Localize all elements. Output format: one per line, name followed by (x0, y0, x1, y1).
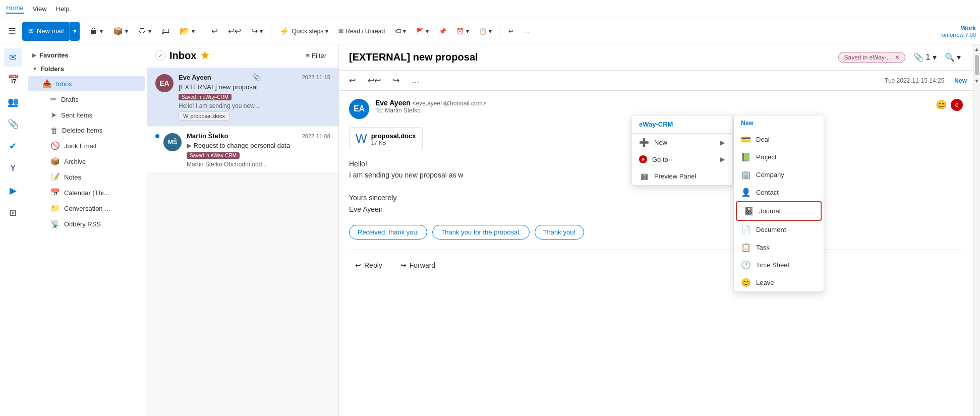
folder-item-junk[interactable]: 🚫 Junk Email (28, 138, 145, 153)
submenu-company[interactable]: 🏢 Company (734, 166, 824, 184)
folder-item-calendar[interactable]: 📅 Calendar (Thi... (28, 185, 145, 200)
undo-icon: ↩ (508, 28, 513, 35)
move-button[interactable]: 📂 ▾ (176, 22, 199, 41)
inbox-icon: 📥 (42, 79, 52, 88)
forward-button[interactable]: ↪ ▾ (247, 22, 267, 41)
flag-button[interactable]: 🚩 ▾ (412, 22, 433, 41)
quick-steps-icon: ⚡ (279, 26, 290, 36)
folder-item-sent[interactable]: ➤ Sent Items (28, 107, 145, 123)
flag-icon: 🚩 (416, 28, 424, 35)
reply-button[interactable]: ↩ (207, 22, 222, 41)
emoji-button[interactable]: 😊 (936, 99, 947, 110)
sender-email: eve.ayeen@hotmail.com (416, 100, 482, 107)
undo-button[interactable]: ↩ (504, 22, 517, 41)
rt-reply-button[interactable]: ↩ (345, 74, 360, 87)
inbox-star[interactable]: ★ (200, 49, 209, 62)
select-all-button[interactable]: ✓ (155, 50, 165, 61)
sidebar-icon-attach[interactable]: 📎 (4, 115, 22, 133)
email-item-1[interactable]: EA Eve Ayeen 📎 2022-11-15 [EXTERNAL] new… (147, 68, 338, 126)
new-mail-dropdown-button[interactable]: ▾ (70, 22, 80, 41)
email-item-2[interactable]: MŠ Martin Štefko 2022-11-08 ▶ Request to… (147, 127, 338, 173)
pin-button[interactable]: 📌 (435, 22, 450, 41)
snooze-button[interactable]: ⏰ ▾ (452, 22, 473, 41)
email1-preview: Hello! I am sending you new... (179, 102, 330, 109)
quick-reply-1[interactable]: Received, thank you. (349, 225, 427, 240)
attachment-count-button[interactable]: 📎 1 ▾ (911, 50, 939, 64)
sender-info: Eve Ayeen <eve.ayeen@hotmail.com> To: Ma… (375, 99, 930, 114)
sidebar-icon-stream[interactable]: ▶ (4, 182, 22, 200)
quick-steps-button[interactable]: ⚡ Quick steps ▾ (275, 24, 332, 38)
folder-item-drafts[interactable]: ✏ Drafts (28, 92, 145, 107)
scroll-up-arrow[interactable]: ▲ (973, 45, 980, 53)
delete-dropdown: ▾ (100, 28, 103, 35)
dropdown-new[interactable]: ➕ New ▶ (632, 134, 732, 151)
submenu-task[interactable]: 📋 Task (734, 239, 824, 256)
scroll-thumb[interactable] (975, 55, 979, 75)
quick-reply-2[interactable]: Thank you for the proposal. (432, 225, 529, 240)
email2-subject-text: Request to change personal data (194, 142, 291, 149)
zoom-icon: 🔍 (945, 53, 955, 62)
zoom-button[interactable]: 🔍 ▾ (943, 50, 963, 64)
notes-label: Notes (64, 173, 81, 181)
folder-item-notes[interactable]: 📝 Notes (28, 169, 145, 185)
sidebar-icon-people[interactable]: 👥 (4, 93, 22, 111)
eway-dropdown: eWay-CRM ➕ New ▶ e Go to ▶ ▦ Preview Pan… (631, 115, 732, 186)
scroll-down-arrow[interactable]: ▼ (973, 77, 980, 85)
timesheet-icon: 🕐 (741, 260, 751, 270)
rt-more-button[interactable]: … (408, 74, 424, 87)
junk-button[interactable]: 🛡 ▾ (134, 22, 155, 41)
dropdown-preview[interactable]: ▦ Preview Panel (632, 167, 732, 185)
folder-item-inbox[interactable]: 📥 Inbox (28, 76, 145, 91)
new-mail-button[interactable]: ✉ New mail (22, 22, 70, 41)
sidebar-icon-tasks[interactable]: ✔ (4, 137, 22, 155)
rt-reply-all-button[interactable]: ↩↩ (364, 74, 385, 87)
tag2-button[interactable]: 🏷 ▾ (391, 22, 410, 41)
archive-button[interactable]: 📦 ▾ (109, 22, 132, 41)
submenu-deal[interactable]: 💳 Deal (734, 131, 824, 148)
folder-panel: ▶ Favorites ▼ Folders 📥 Inbox ✏ Drafts ➤… (26, 44, 147, 416)
reply-all-button[interactable]: ↩↩ (224, 22, 245, 41)
dropdown-goto[interactable]: e Go to ▶ (632, 151, 732, 167)
tag-button[interactable]: 🏷 (157, 22, 174, 41)
more-options-button[interactable]: … (520, 22, 534, 41)
submenu-document[interactable]: 📄 Document (734, 221, 824, 239)
reading-pane: [EXTERNAL] new proposal Saved in eWay-..… (339, 44, 973, 416)
right-scrollbar[interactable]: ▲ ▼ (973, 44, 980, 416)
rt-forward-button[interactable]: ↪ (389, 74, 403, 87)
sidebar-icon-mail[interactable]: ✉ (4, 48, 22, 67)
email2-sender: Martin Štefko (187, 132, 228, 140)
quick-reply-3[interactable]: Thank you! (535, 225, 584, 240)
forward-action-button[interactable]: ↪ Forward (394, 258, 441, 272)
work-indicator: Work Tomorrow 7:00 (939, 25, 976, 38)
folder-item-archive[interactable]: 📦 Archive (28, 154, 145, 169)
delete-button[interactable]: 🗑 ▾ (86, 22, 107, 41)
document-icon: 📄 (741, 225, 751, 234)
folder-item-rss[interactable]: 📡 Odběry RSS (28, 216, 145, 231)
submenu-timesheet[interactable]: 🕐 Time Sheet (734, 256, 824, 274)
folders-header[interactable]: ▼ Folders (26, 62, 147, 76)
menu-view[interactable]: View (33, 5, 47, 13)
sender-name: Eve Ayeen (375, 99, 411, 107)
sidebar-icon-calendar[interactable]: 📅 (4, 71, 22, 89)
view-button[interactable]: 📋 ▾ (475, 22, 496, 41)
clock-icon: ⏰ (456, 28, 464, 35)
envelope-icon: ✉ (338, 28, 343, 35)
menu-help[interactable]: Help (56, 5, 70, 13)
folder-item-conversation[interactable]: 📁 Conversation ... (28, 201, 145, 216)
submenu-journal[interactable]: 📓 Journal (736, 201, 822, 221)
submenu-project[interactable]: 📗 Project (734, 148, 824, 166)
reply-all-icon: ↩↩ (228, 26, 241, 36)
sidebar-icon-apps[interactable]: ⊞ (4, 204, 22, 222)
hamburger-button[interactable]: ☰ (4, 24, 20, 39)
submenu-contact[interactable]: 👤 Contact (734, 184, 824, 201)
saved-badge-close[interactable]: ✕ (895, 54, 900, 61)
submenu-leave[interactable]: 😊 Leave (734, 274, 824, 291)
read-unread-button[interactable]: ✉ Read / Unread (334, 22, 389, 41)
reply-action-button[interactable]: ↩ Reply (349, 258, 388, 272)
sidebar-icon-yammer[interactable]: Y (4, 159, 22, 177)
menu-home[interactable]: Home (6, 4, 24, 14)
favorites-header[interactable]: ▶ Favorites (26, 48, 147, 62)
eway-button[interactable]: e (951, 99, 963, 111)
folder-item-deleted[interactable]: 🗑 Deleted Items (28, 123, 145, 138)
filter-button[interactable]: ≡ Filter (302, 50, 330, 62)
